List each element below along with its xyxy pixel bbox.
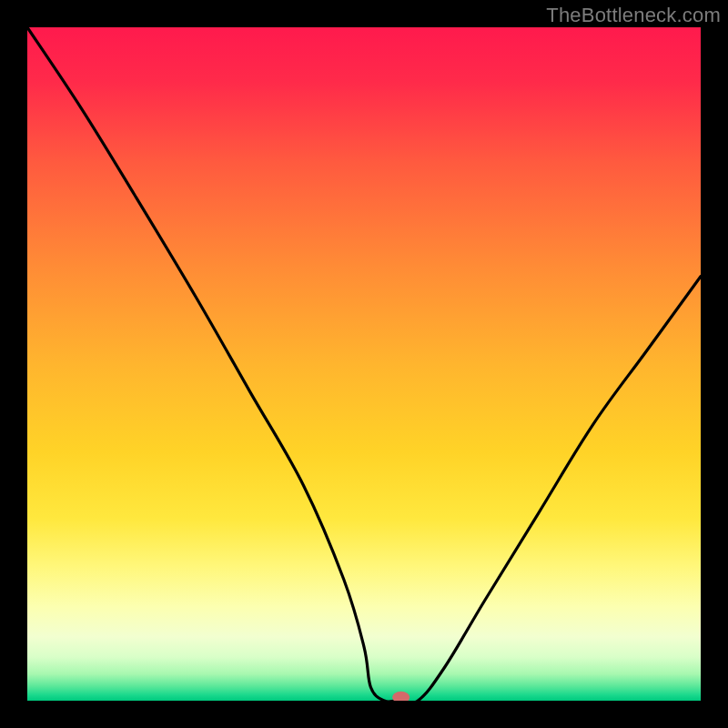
gradient-background [27, 27, 701, 701]
watermark-text: TheBottleneck.com [546, 4, 721, 27]
bottleneck-chart [27, 27, 701, 701]
chart-frame: TheBottleneck.com [0, 0, 728, 728]
